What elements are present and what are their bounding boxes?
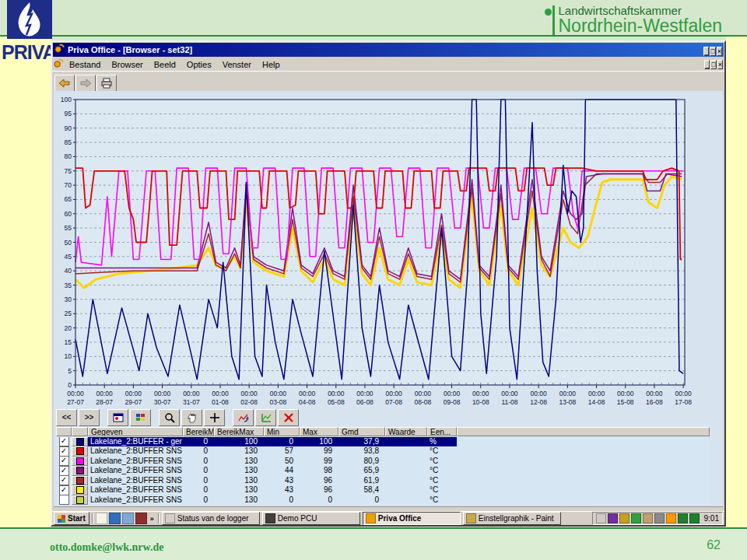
cell-bereik_max: 100 [214,437,264,447]
svg-text:25: 25 [65,310,72,317]
column-header-Min[interactable]: Min [264,427,300,436]
svg-text:15: 15 [65,338,72,346]
series-color-swatch[interactable] [72,437,88,447]
page-next-button[interactable]: >> [79,409,100,426]
close-button[interactable]: × [717,47,722,56]
series-color-swatch[interactable] [72,485,88,495]
column-header-blank[interactable] [72,427,88,436]
ql-desktop-icon[interactable] [122,513,134,524]
series-visible-checkbox[interactable]: ✓ [56,437,72,447]
column-header-BereikMax[interactable]: BereikMax [214,427,264,436]
series-visible-checkbox[interactable]: ✓ [56,485,72,495]
series-color-swatch[interactable] [72,495,88,506]
menu-item-help[interactable]: Help [257,59,286,70]
column-header-Gmd[interactable]: Gmd [338,427,385,436]
ql-journal-icon[interactable] [96,513,107,524]
zoom-button[interactable] [159,409,180,426]
task-priva-office[interactable]: Priva Office [363,512,461,525]
start-button[interactable]: Start [54,512,89,525]
tray-network1-icon[interactable] [678,513,688,523]
view-legend-button[interactable] [130,409,151,426]
series-visible-checkbox[interactable]: ✓ [56,476,72,486]
menu-item-bestand[interactable]: Bestand [64,59,106,70]
page-prev-button[interactable]: << [56,409,77,426]
menu-item-browser[interactable]: Browser [106,59,148,70]
ql-internet-icon[interactable] [109,513,121,524]
tray-shield-icon[interactable] [608,513,618,523]
crosshair-button[interactable] [204,409,225,426]
back-button[interactable] [54,75,75,93]
tray-wallet-icon[interactable] [643,513,653,523]
minimize-button[interactable]: _ [703,47,709,56]
print-button[interactable] [96,75,117,93]
series-visible-checkbox[interactable]: ✓ [56,446,72,457]
cell-bereik_min: 0 [183,485,214,495]
svg-text:31-07: 31-07 [183,398,200,406]
menu-item-venster[interactable]: Venster [217,59,257,70]
table-row[interactable]: ✓Lakelane_2:BUFFER - ger vul%0100010037,… [56,437,710,447]
column-header-Gegeven[interactable]: Gegeven [88,427,183,436]
table-row[interactable]: Lakelane_2:BUFFER SNS 6 - b0130000°C [56,495,710,506]
tray-priva-icon[interactable] [666,513,676,523]
series-color-swatch[interactable] [72,466,88,476]
table-row[interactable]: ✓Lakelane_2:BUFFER SNS 4 - b0130439661,9… [56,476,710,486]
mdi-restore-button[interactable]: □ [710,60,716,69]
export-graph-button[interactable] [233,409,254,426]
table-row[interactable]: ✓Lakelane_2:BUFFER SNS 1 - b0130579993,8… [56,446,710,457]
svg-text:07-08: 07-08 [385,398,402,406]
svg-text:14-08: 14-08 [588,398,605,406]
task-paint[interactable]: Einstellgraphik - Paint [463,512,561,525]
table-row[interactable]: ✓Lakelane_2:BUFFER SNS 2 - b0130509980,9… [56,457,710,467]
cell-bereik_min: 0 [183,495,214,506]
column-header-Een...[interactable]: Een... [427,427,457,436]
forward-button[interactable] [75,75,96,93]
menu-item-beeld[interactable]: Beeld [149,59,181,70]
window-titlebar[interactable]: Priva Office - [Browser - set32] _□× [53,43,724,57]
series-visible-checkbox[interactable] [56,495,72,506]
left-yellow-strip [0,37,51,527]
ql-media-icon[interactable] [135,513,147,524]
series-visible-checkbox[interactable]: ✓ [56,457,72,467]
maximize-button[interactable]: □ [710,47,715,56]
edit-graph-button[interactable] [255,409,276,426]
cell-waarde [385,466,427,476]
priva-flame-icon [7,0,52,39]
column-header-Waarde[interactable]: Waarde [385,427,427,436]
cell-een: °C [427,476,457,486]
tray-device-icon[interactable] [596,513,606,523]
tray-search-icon[interactable] [619,513,630,523]
column-header-Max[interactable]: Max [300,427,338,436]
mdi-minimize-button[interactable]: _ [704,60,710,69]
series-visible-checkbox[interactable]: ✓ [56,466,72,476]
cell-gmd: 80,9 [338,457,385,467]
slide-footer: otto.domke@lwk.nrw.de 62 [0,527,747,560]
menu-item-opties[interactable]: Opties [181,59,217,70]
table-row[interactable]: ✓Lakelane_2:BUFFER SNS 3 - b0130449865,9… [56,466,710,476]
task-demo-pcu[interactable]: Demo PCU [262,512,360,525]
cell-gmd: 93,8 [338,446,385,457]
column-header-BereikMin[interactable]: BereikMin [183,427,214,436]
trend-chart[interactable]: 0510152025303540455055606570758085909510… [54,91,723,407]
cell-bereik_max: 130 [214,446,264,457]
tray-network2-icon[interactable] [689,513,700,523]
view-form-button[interactable] [107,409,128,426]
table-row[interactable]: ✓Lakelane_2:BUFFER SNS 5 - b0130439658,4… [56,485,710,495]
svg-text:00:00: 00:00 [415,390,432,397]
taskbar-separator [158,513,160,523]
series-color-swatch[interactable] [72,476,88,486]
menu-bar: BestandBrowserBeeldOptiesVensterHelp _□× [52,58,724,71]
system-tray: 9:01 [592,512,723,525]
tray-volume-icon[interactable] [654,513,665,523]
series-color-swatch[interactable] [72,446,88,457]
quick-launch [96,513,149,524]
tray-graphics-icon[interactable] [631,513,641,523]
mdi-close-button[interactable]: × [717,60,723,69]
cell-max: 0 [300,495,338,506]
series-color-swatch[interactable] [72,457,88,467]
task-logger[interactable]: Status van de logger [162,512,260,525]
pan-button[interactable] [181,409,202,426]
column-header-blank[interactable] [56,427,72,436]
cell-max: 96 [300,485,338,495]
delete-button[interactable] [278,409,299,426]
quick-launch-overflow-chevron[interactable]: » [150,515,154,523]
